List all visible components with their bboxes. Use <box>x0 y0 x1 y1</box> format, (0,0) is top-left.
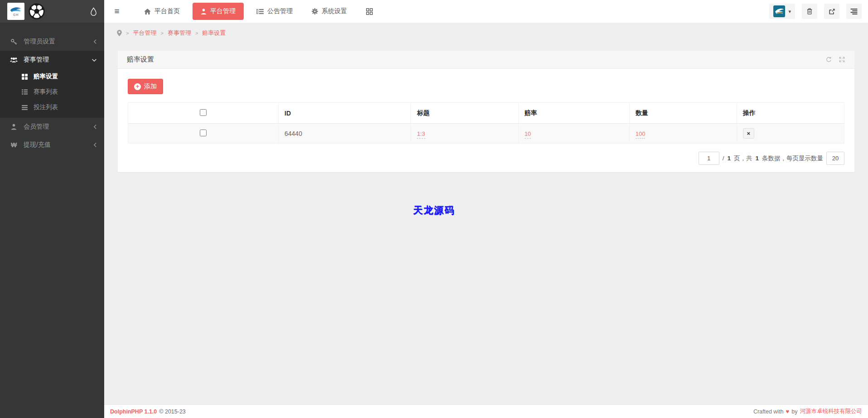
site-logo[interactable]: GH <box>7 3 24 20</box>
sidebar-item-match-management[interactable]: 赛事管理 <box>0 51 104 69</box>
odds-settings-panel: 赔率设置 <box>118 51 854 172</box>
tab-system-settings[interactable]: 系统设置 <box>304 0 355 23</box>
panel-header: 赔率设置 <box>118 51 854 69</box>
table-header-row: ID 标题 赔率 数量 操作 <box>128 103 844 124</box>
panel-tools <box>825 56 845 63</box>
footer-brand-link[interactable]: DolphinPHP 1.1.0 <box>110 408 157 415</box>
total-pages: 1 <box>727 155 731 162</box>
close-icon: × <box>747 130 751 137</box>
sidebar-menu: 管理员设置 赛事管理 <box>0 23 104 154</box>
sidebar-item-label: 投注列表 <box>34 103 58 111</box>
tab-label: 系统设置 <box>322 7 347 15</box>
watermark-text: 天龙源码 <box>413 204 455 216</box>
breadcrumb-link-platform[interactable]: 平台管理 <box>133 29 156 37</box>
key-icon <box>10 38 18 45</box>
soccer-ball-icon <box>29 3 45 19</box>
total-records: 1 <box>755 155 759 162</box>
sidebar-item-withdraw-recharge[interactable]: ₩ 提现/充值 <box>0 136 104 154</box>
content-area: > 平台管理 > 赛事管理 > 赔率设置 赔率设置 <box>104 23 868 404</box>
chevron-down-icon <box>92 58 97 62</box>
sidebar-item-label: 赛事管理 <box>24 56 49 64</box>
nav-right-tools: ▾ <box>769 4 868 19</box>
tab-platform-management[interactable]: 平台管理 <box>193 3 244 20</box>
page-footer: DolphinPHP 1.1.0 © 2015-23 Crafted with … <box>104 404 868 418</box>
pagination-label-records: 条数据，每页显示数量 <box>762 154 823 163</box>
sidebar-item-admin-settings[interactable]: 管理员设置 <box>0 33 104 51</box>
sidebar-item-match-list[interactable]: 赛事列表 <box>0 84 104 100</box>
panel-body: + 添加 ID 标题 赔率 数量 操作 <box>118 69 854 172</box>
grid-icon <box>21 74 29 80</box>
row-id: 64440 <box>279 124 411 144</box>
sidebar-section-match-management: 赛事管理 赔率设置 <box>0 51 104 118</box>
plus-circle-icon: + <box>134 83 141 90</box>
select-all-checkbox[interactable] <box>200 109 207 116</box>
avatar <box>773 5 785 17</box>
refresh-icon[interactable] <box>825 56 832 63</box>
sidebar-item-member-management[interactable]: 会员管理 <box>0 118 104 136</box>
trash-button[interactable] <box>802 4 817 19</box>
header-id: ID <box>279 103 411 124</box>
won-icon: ₩ <box>10 142 18 148</box>
th-list-icon <box>21 89 29 95</box>
crafted-text: Crafted with <box>753 408 784 415</box>
sidebar-item-label: 提现/充值 <box>24 141 51 149</box>
location-pin-icon <box>117 30 122 36</box>
users-icon <box>10 57 18 63</box>
right-panel-toggle-button[interactable] <box>846 4 862 19</box>
breadcrumb-link-match-management[interactable]: 赛事管理 <box>168 29 191 37</box>
fish-logo-icon <box>10 7 22 13</box>
editable-title[interactable]: 1:3 <box>417 130 425 139</box>
user-avatar-dropdown[interactable]: ▾ <box>769 4 795 19</box>
sidebar-toggle-button[interactable]: ≡ <box>104 0 130 23</box>
chevron-left-icon <box>93 142 97 148</box>
user-icon <box>201 9 207 14</box>
open-external-button[interactable] <box>824 4 839 19</box>
chevron-left-icon <box>93 124 97 130</box>
delete-row-button[interactable]: × <box>743 128 754 139</box>
tab-platform-home[interactable]: 平台首页 <box>136 0 188 23</box>
header-checkbox-cell <box>128 103 279 124</box>
footer-company-link[interactable]: 河源市卓锐科技有限公司 <box>800 408 863 415</box>
pagination: / 1 页，共 1 条数据，每页显示数量 <box>128 152 844 165</box>
editable-rate[interactable]: 10 <box>525 130 531 139</box>
chevron-left-icon <box>93 39 97 44</box>
add-button[interactable]: + 添加 <box>128 79 163 94</box>
per-page-input[interactable] <box>826 152 844 165</box>
caret-down-icon: ▾ <box>788 9 791 14</box>
row-checkbox-cell <box>128 124 279 144</box>
sidebar-item-bet-list[interactable]: 投注列表 <box>0 100 104 115</box>
breadcrumb: > 平台管理 > 赛事管理 > 赔率设置 <box>111 23 861 37</box>
sidebar-item-odds-settings[interactable]: 赔率设置 <box>0 69 104 84</box>
tab-announcement-management[interactable]: 公告管理 <box>248 0 301 23</box>
home-icon <box>144 9 151 14</box>
editable-amount[interactable]: 100 <box>636 130 646 139</box>
tab-label: 平台管理 <box>210 7 236 15</box>
fullscreen-icon[interactable] <box>839 56 845 63</box>
header-actions: 操作 <box>737 103 844 124</box>
pagination-label-pages: 页，共 <box>734 154 752 163</box>
header-rate: 赔率 <box>518 103 629 124</box>
row-checkbox[interactable] <box>200 130 207 136</box>
external-link-icon <box>829 8 835 15</box>
by-text: by <box>791 408 797 415</box>
list-alt-icon <box>256 9 264 14</box>
header-amount: 数量 <box>629 103 737 124</box>
current-page-input[interactable] <box>699 152 719 165</box>
sidebar-item-label: 赔率设置 <box>34 72 58 81</box>
breadcrumb-separator: > <box>160 30 163 36</box>
breadcrumb-link-odds-settings[interactable]: 赔率设置 <box>202 29 226 37</box>
table-row: 64440 1:3 10 100 × <box>128 124 844 144</box>
sidebar: GH <box>0 0 104 418</box>
logo-text: GH <box>13 13 19 16</box>
water-drop-icon[interactable] <box>90 7 97 16</box>
apps-grid-button[interactable] <box>360 0 379 23</box>
breadcrumb-separator: > <box>195 30 198 36</box>
sidebar-logo-band: GH <box>0 0 104 23</box>
top-navbar: ≡ 平台首页 平台管理 <box>104 0 868 23</box>
nav-tabs: 平台首页 平台管理 公告管理 <box>136 0 355 23</box>
menu-bars-icon <box>850 9 858 14</box>
main-area: ≡ 平台首页 平台管理 <box>104 0 868 418</box>
bars-icon <box>21 105 29 110</box>
grid-outline-icon <box>366 8 373 15</box>
sidebar-submenu: 赔率设置 赛事列表 <box>0 69 104 118</box>
